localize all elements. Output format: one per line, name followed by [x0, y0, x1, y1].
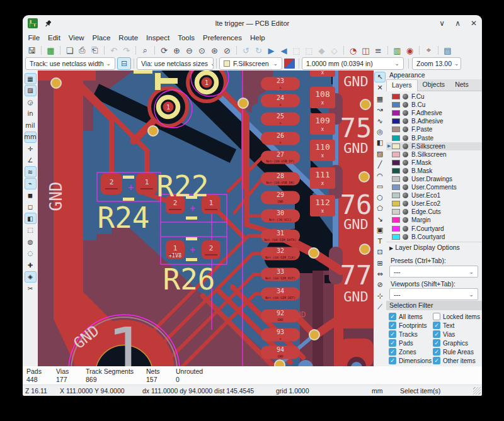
- grid-origin-icon[interactable]: ⊹: [374, 291, 386, 301]
- print-icon[interactable]: ⎙: [76, 45, 88, 56]
- zone-fill-icon[interactable]: ◼: [25, 189, 37, 201]
- polar-coords-icon[interactable]: ◶: [25, 96, 37, 108]
- filter-footprints[interactable]: ✓Footprints: [389, 322, 427, 329]
- visibility-eye-icon[interactable]: [403, 184, 408, 190]
- add-text-icon[interactable]: T: [374, 236, 386, 247]
- zoom-objects-icon[interactable]: ⊛: [209, 45, 220, 56]
- visibility-eye-icon[interactable]: [403, 209, 408, 215]
- draw-polygon-icon[interactable]: ⬠: [374, 203, 386, 214]
- tune-length-icon[interactable]: ∿: [374, 116, 386, 126]
- visibility-eye-icon[interactable]: [403, 118, 408, 124]
- visibility-eye-icon[interactable]: [403, 135, 408, 141]
- layer-row-b.paste[interactable]: B.Paste: [386, 133, 482, 142]
- zoom-in-icon[interactable]: ⊕: [171, 45, 183, 56]
- layer-color-swatch[interactable]: [392, 209, 400, 215]
- layer-color-swatch[interactable]: [392, 126, 400, 132]
- layer-row-edge.cuts[interactable]: Edge.Cuts: [386, 208, 482, 216]
- layer-color-swatch[interactable]: [392, 234, 400, 240]
- crosshair-style-icon[interactable]: ✛: [25, 143, 37, 154]
- layer-color-swatch[interactable]: [392, 201, 400, 206]
- layer-row-f.courtyard[interactable]: F.Courtyard: [386, 225, 482, 233]
- filter-tracks[interactable]: ✓Tracks: [389, 330, 418, 338]
- route-tracks-icon[interactable]: ↝: [374, 104, 386, 115]
- redo-icon[interactable]: ↷: [120, 45, 132, 56]
- visibility-eye-icon[interactable]: [403, 110, 408, 116]
- layer-color-swatch[interactable]: [392, 217, 400, 223]
- visibility-eye-icon[interactable]: [403, 226, 408, 232]
- visibility-eye-icon[interactable]: [403, 201, 408, 206]
- refresh-icon[interactable]: ⟳: [158, 45, 170, 56]
- rotate-ccw-icon[interactable]: ↺: [240, 45, 252, 56]
- rotate-cw-icon[interactable]: ↻: [253, 45, 265, 56]
- find-icon[interactable]: ⌕: [139, 45, 151, 56]
- zoom-selection-icon[interactable]: ⊘: [221, 45, 233, 56]
- delete-tool-icon[interactable]: ⊘: [374, 279, 386, 290]
- menu-preferences[interactable]: Preferences: [198, 32, 246, 43]
- add-dimension-icon[interactable]: ⇔: [374, 269, 386, 279]
- filter-vias[interactable]: ✓Vias: [433, 330, 455, 338]
- zoom-select[interactable]: Zoom 13.00⌄: [412, 57, 461, 70]
- layer-display-options[interactable]: ▶Layer Display Options: [386, 242, 482, 251]
- visibility-eye-icon[interactable]: [403, 193, 408, 198]
- layer-row-user.eco1[interactable]: User.Eco1: [386, 191, 482, 199]
- grid-overrides-icon[interactable]: ▨: [25, 85, 37, 96]
- select-tool-icon[interactable]: ↖: [374, 72, 386, 82]
- menu-route[interactable]: Route: [115, 32, 142, 43]
- visibility-eye-icon[interactable]: [403, 217, 408, 223]
- tab-layers[interactable]: Layers: [386, 79, 418, 91]
- layer-color-swatch[interactable]: [392, 193, 400, 198]
- zoom-out-icon[interactable]: ⊖: [183, 45, 195, 56]
- layer-color-swatch[interactable]: [392, 176, 400, 182]
- ungroup-icon[interactable]: ⬚: [303, 45, 315, 56]
- visibility-eye-icon[interactable]: [403, 126, 408, 132]
- track-width-select[interactable]: Track: use netclass width⌄: [25, 57, 115, 70]
- menu-inspect[interactable]: Inspect: [142, 32, 174, 43]
- footprint-lib-icon[interactable]: ◫: [360, 45, 372, 56]
- menu-edit[interactable]: Edit: [44, 32, 65, 43]
- erc-icon[interactable]: ◉: [404, 45, 416, 56]
- draw-arc-icon[interactable]: ◠: [374, 171, 386, 181]
- ratsnest-hide-icon[interactable]: ∠: [25, 155, 37, 166]
- auto-track-width-button[interactable]: ⊟: [117, 57, 131, 70]
- grid-select[interactable]: 1.0000 mm (0.0394 in)⌄: [302, 57, 404, 70]
- tab-nets[interactable]: Nets: [450, 79, 474, 91]
- filter-pads[interactable]: ✓Pads: [389, 339, 413, 347]
- pcb-canvas[interactable]: 111212112+1V8R22R24R26GNDGNDGNDGND75GND7…: [38, 70, 374, 366]
- visibility-eye-icon[interactable]: [403, 234, 408, 240]
- draw-circle-icon[interactable]: ○: [374, 192, 386, 203]
- plot-icon[interactable]: ⎗: [89, 45, 101, 56]
- via-size-select[interactable]: Via: use netclass sizes⌄: [137, 57, 214, 70]
- menu-file[interactable]: File: [24, 32, 44, 43]
- net-highlight-icon[interactable]: ⌁: [25, 178, 37, 189]
- layer-color-swatch[interactable]: [392, 102, 400, 108]
- layer-color-swatch[interactable]: [392, 226, 400, 232]
- filter-other-items[interactable]: ✓Other items: [433, 357, 476, 364]
- layer-color-swatch[interactable]: [392, 160, 400, 166]
- layer-color-swatch[interactable]: [392, 152, 400, 157]
- measure-tool-icon[interactable]: ⟋: [374, 301, 386, 312]
- layer-row-margin[interactable]: Margin: [386, 216, 482, 224]
- layer-color-swatch[interactable]: [392, 118, 400, 124]
- undo-icon[interactable]: ↶: [108, 45, 120, 56]
- menu-tools[interactable]: Tools: [174, 32, 199, 43]
- minimize-button[interactable]: ∨: [439, 19, 445, 28]
- visibility-eye-icon[interactable]: [403, 102, 408, 108]
- filter-text[interactable]: ✓Text: [433, 322, 454, 329]
- layer-color-swatch[interactable]: [392, 184, 400, 190]
- filter-dimensions[interactable]: ✓Dimensions: [389, 357, 432, 364]
- presets-select[interactable]: ---⌄: [389, 266, 478, 278]
- net-inspector-icon[interactable]: ≡: [372, 45, 384, 56]
- mirror-icon[interactable]: ◀: [278, 45, 290, 56]
- inactive-layer-dim-icon[interactable]: ◈: [25, 271, 37, 283]
- layer-color-swatch[interactable]: [392, 143, 400, 149]
- units-mm-icon[interactable]: mm: [25, 132, 37, 143]
- ratsnest-curved-icon[interactable]: ≋: [25, 166, 37, 177]
- add-leader-icon[interactable]: ↘: [374, 214, 386, 225]
- viewports-select[interactable]: ---⌄: [389, 288, 478, 300]
- layer-row-b.cu[interactable]: B.Cu: [386, 101, 482, 109]
- layer-row-f.mask[interactable]: F.Mask: [386, 159, 482, 167]
- filter-all-items[interactable]: ✓All items: [389, 313, 423, 320]
- tab-objects[interactable]: Objects: [418, 79, 450, 91]
- layer-row-f.silkscreen[interactable]: ▶F.Silkscreen: [386, 142, 482, 150]
- local-ratsnest-icon[interactable]: ✕: [374, 82, 386, 93]
